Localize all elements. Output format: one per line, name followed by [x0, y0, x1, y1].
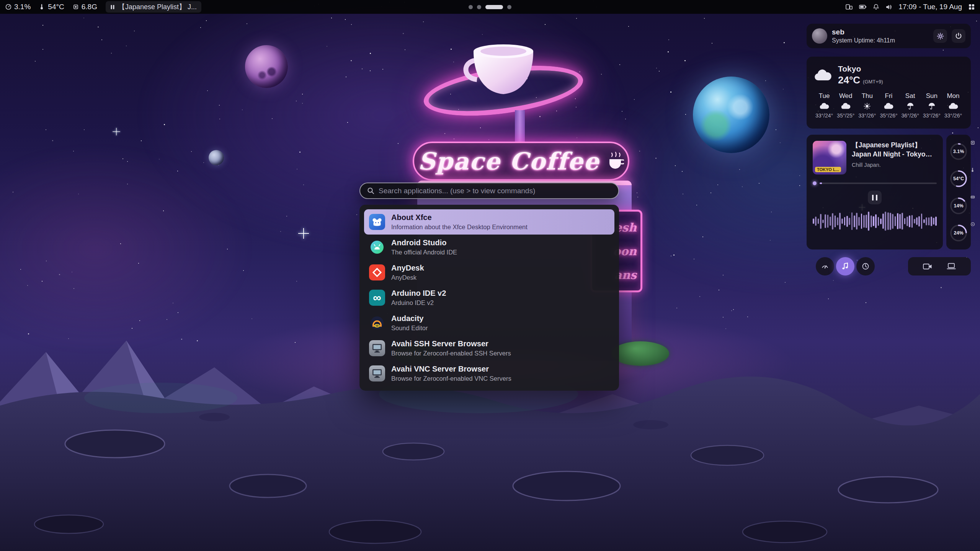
- video-camera-icon: [923, 263, 932, 270]
- launcher-search-input[interactable]: [379, 187, 611, 195]
- result-description: Arduino IDE v2: [391, 299, 446, 306]
- phone-link-icon[interactable]: [846, 4, 853, 10]
- launcher-result-android-studio[interactable]: Android Studio The official Android IDE: [364, 235, 614, 260]
- xfce-logo-icon: [369, 214, 385, 230]
- cpu-gauge-icon: [5, 4, 11, 10]
- media-progress[interactable]: [813, 181, 937, 185]
- forecast-day: Fri 35°/26°: [878, 92, 899, 119]
- purple-planet: [245, 45, 288, 88]
- album-art-label: TOKYO L...: [815, 167, 841, 172]
- small-moon: [209, 150, 224, 165]
- media-widget-button[interactable]: [836, 257, 854, 276]
- earth-planet: [693, 77, 769, 153]
- result-title: Audacity: [391, 314, 428, 323]
- laptop-icon: [947, 263, 956, 270]
- screenshot-button[interactable]: [947, 263, 956, 270]
- launcher-results: About Xfce Information about the Xfce De…: [359, 205, 619, 391]
- result-title: Avahi VNC Server Browser: [391, 365, 511, 373]
- sparkle: [298, 228, 309, 239]
- launcher-result-anydesk[interactable]: AnyDesk AnyDesk: [364, 260, 614, 285]
- result-title: Avahi SSH Server Browser: [391, 339, 511, 348]
- temperature-gauge: 54°C: [949, 169, 968, 188]
- screen-record-button[interactable]: [923, 263, 932, 270]
- forecast-day: Sun 33°/26°: [921, 92, 942, 119]
- speedometer-icon: [821, 262, 829, 270]
- memory-indicator: 6.8G: [73, 3, 97, 11]
- clock[interactable]: 17:09 - Tue, 19 Aug: [898, 3, 962, 11]
- sun-icon: [863, 103, 871, 110]
- cloud-icon: [819, 103, 829, 110]
- pause-icon: [110, 5, 115, 10]
- gear-icon: [937, 33, 944, 40]
- arduino-logo-icon: ∞: [369, 290, 385, 306]
- power-icon: [955, 33, 962, 39]
- cloud-icon: [948, 103, 958, 110]
- sign-stand: [515, 110, 525, 143]
- avatar: [812, 28, 827, 44]
- neon-sign-text: Space Coffee: [418, 147, 599, 175]
- memory-chip-icon: [73, 4, 79, 10]
- widget-toggle-buttons: [816, 257, 875, 276]
- cpu-indicator: 3.1%: [5, 3, 31, 11]
- track-subtitle: Chill Japan.: [852, 162, 937, 168]
- progress-knob[interactable]: [813, 181, 817, 185]
- forecast-day: Mon 33°/26°: [942, 92, 964, 119]
- power-button[interactable]: [952, 29, 965, 43]
- app-grid-icon[interactable]: [969, 4, 975, 10]
- workspace-dot-3-active[interactable]: [485, 5, 503, 9]
- album-art: TOKYO L...: [813, 141, 846, 174]
- result-description: Browse for Zeroconf-enabled SSH Servers: [391, 350, 511, 357]
- weather-city: Tokyo: [838, 64, 883, 73]
- cloud-icon: [813, 69, 832, 82]
- launcher-search-box: [359, 183, 619, 199]
- launcher-result-arduino[interactable]: ∞ Arduino IDE v2 Arduino IDE v2: [364, 285, 614, 310]
- result-title: About Xfce: [391, 213, 528, 222]
- workspace-dot-4[interactable]: [507, 5, 511, 9]
- settings-button[interactable]: [933, 29, 947, 43]
- temperature-value: 54°C: [48, 3, 64, 11]
- weather-card: Tokyo 24°C (GMT+9) Tue 33°/24° Wed 35°/2…: [807, 57, 971, 129]
- launcher-result-avahi-vnc[interactable]: Avahi VNC Server Browser Browse for Zero…: [364, 361, 614, 386]
- umbrella-icon: [906, 103, 915, 110]
- now-playing-text: 【Japanese Playlist】 J...: [118, 2, 197, 11]
- result-description: The official Android IDE: [391, 249, 457, 256]
- sparkle: [113, 128, 120, 135]
- clock-icon: [862, 262, 869, 270]
- audio-waveform: [813, 210, 937, 232]
- timer-widget-button[interactable]: [856, 257, 875, 276]
- media-player-card: TOKYO L... 【Japanese Playlist】 Japan All…: [807, 135, 943, 249]
- user-card: seb System Uptime: 4h11m: [807, 24, 971, 48]
- result-description: AnyDesk: [391, 274, 424, 281]
- thermometer-icon: [39, 4, 45, 10]
- result-title: Arduino IDE v2: [391, 289, 446, 298]
- workspace-dot-1[interactable]: [469, 5, 473, 9]
- forecast-day: Sat 36°/26°: [900, 92, 921, 119]
- forecast-day: Wed 35°/25°: [835, 92, 856, 119]
- battery-icon[interactable]: [859, 5, 867, 9]
- disk-gauge: 24%: [949, 223, 968, 243]
- forecast-day: Tue 33°/24°: [813, 92, 835, 119]
- app-launcher: About Xfce Information about the Xfce De…: [359, 183, 619, 391]
- stats-widget-button[interactable]: [816, 257, 834, 276]
- anydesk-logo-icon: [369, 264, 385, 280]
- workspace-dot-2[interactable]: [477, 5, 481, 9]
- launcher-result-avahi-ssh[interactable]: Avahi SSH Server Browser Browse for Zero…: [364, 336, 614, 361]
- cloud-icon: [884, 103, 893, 110]
- memory-gauge: 14%: [949, 196, 968, 215]
- audacity-logo-icon: [369, 315, 385, 331]
- launcher-result-about-xfce[interactable]: About Xfce Information about the Xfce De…: [364, 209, 614, 235]
- notifications-bell-icon[interactable]: [873, 4, 879, 10]
- temperature-indicator: 54°C: [39, 3, 64, 11]
- music-note-icon: [842, 262, 849, 270]
- track-title: 【Japanese Playlist】 Japan All Night - To…: [852, 141, 937, 159]
- now-playing-pill[interactable]: 【Japanese Playlist】 J...: [106, 1, 201, 13]
- monitor-icon: [369, 340, 385, 356]
- weather-temperature: 24°C: [838, 74, 860, 86]
- volume-icon[interactable]: [885, 4, 892, 10]
- result-description: Sound Editor: [391, 324, 428, 332]
- pause-button[interactable]: [868, 191, 882, 204]
- progress-track[interactable]: [820, 183, 937, 184]
- cpu-gauge: 3.1%: [949, 142, 968, 161]
- desktop: Space Coffee esh oon ans: [0, 0, 980, 551]
- launcher-result-audacity[interactable]: Audacity Sound Editor: [364, 310, 614, 336]
